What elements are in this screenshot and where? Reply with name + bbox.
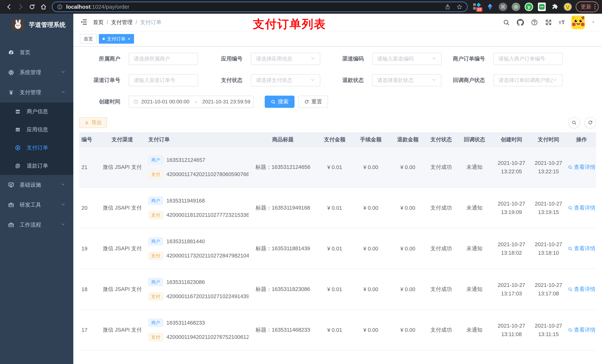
extension-kite-icon[interactable] [486,2,494,11]
table-row[interactable]: 21微信 JSAPI 支付商户1635312124657支付4200001174… [79,147,596,188]
refresh-table-button[interactable] [585,117,596,128]
sidebar-item-dev-tools[interactable]: 研发工具 [0,195,73,215]
column-header-9: 创建时间 [493,136,530,143]
site-info-icon[interactable] [57,4,63,10]
address-bar[interactable]: localhost:1024/pay/order [52,2,468,12]
reset-button[interactable]: 重置 [298,96,328,108]
extension-chat-icon[interactable] [538,2,546,11]
close-tab-icon[interactable]: × [128,37,130,41]
action-cell: 查看详情 [567,286,596,293]
channel-order-no-label: 渠道订单号 [79,77,120,84]
filter-row-2: 渠道订单号支付状态请选择支付状态退款状态请选择退款状态回调商户状态请选择订单回调… [79,74,596,86]
action-cell: 查看详情 [567,245,596,252]
browser-menu-icon[interactable] [594,4,595,10]
yen-icon: ¥ [7,89,15,96]
view-detail-link[interactable]: 查看详情 [568,286,595,293]
pay-order-no: 4200001173202110272847982104 [166,253,249,259]
github-icon [517,19,524,26]
channel-order-no-input-field[interactable] [134,77,193,83]
merchant-order-no-input-field[interactable] [498,56,558,62]
sidebar-item-merchant-info[interactable]: 商户信息 [0,103,73,121]
product-title-cell: 标题：1635312124656 [249,164,317,171]
sidebar-item-refund-order[interactable]: 退款订单 [0,157,73,175]
merchant-input-field[interactable] [134,56,193,62]
view-detail-link[interactable]: 查看详情 [568,326,595,334]
date-separator: - [195,99,197,105]
column-header-8: 回调状态 [456,136,493,143]
table-row[interactable]: 18微信 JSAPI 支付商户1635311823086支付4200001167… [79,269,596,310]
merchant-order-line: 商户1635311881440 [148,237,249,245]
tab-支付订单[interactable]: 支付订单× [99,34,134,44]
pay-order-line: 支付4200001194202110276752100612 [148,333,249,341]
browser-reload-button[interactable] [26,1,38,13]
tab-首页[interactable]: 首页 [80,34,97,44]
table-toolbar: 导出 [79,117,596,128]
user-avatar[interactable] [571,16,585,29]
help-button[interactable] [531,19,538,26]
channel-code-select[interactable]: 请输入渠道编码 [372,53,441,65]
chevron-down-icon [310,56,315,62]
export-button[interactable]: 导出 [79,117,107,128]
sidebar-item-system[interactable]: 系统管理 [0,62,73,83]
search-button[interactable]: 搜索 [265,96,294,108]
toggle-search-button[interactable] [568,117,580,128]
briefcase-icon [7,221,15,229]
fullscreen-button[interactable] [545,19,552,26]
create-time-range-input[interactable]: 2021-10-01 00:00:00 - 2021-10-31 23:59:5… [129,96,254,108]
sidebar-item-workflow[interactable]: 工作流程 [0,215,73,235]
sidebar-item-home[interactable]: 首页 [0,42,73,62]
view-detail-link[interactable]: 查看详情 [568,245,595,252]
merchant-order-no-input[interactable] [493,53,563,65]
notify-status-cell: 未通知 [456,164,493,171]
column-header-2: 支付订单 [141,136,249,143]
header-search-button[interactable] [502,19,510,26]
font-size-button[interactable]: TT [559,19,565,26]
sidebar-item-infrastructure[interactable]: 基础设施 [0,175,73,195]
sidebar-item-app-info[interactable]: 应用信息 [0,121,73,139]
extension-record-icon[interactable] [512,2,520,11]
breadcrumb-item[interactable]: 支付管理 [111,19,133,26]
merchant-badge: 商户 [148,156,163,164]
extension-y-icon[interactable]: y [525,2,533,11]
browser-back-button[interactable] [3,1,15,13]
refund-amount-cell: ¥ 0.00 [389,246,426,252]
view-detail-link[interactable]: 查看详情 [568,204,595,212]
gear-icon [7,69,15,76]
pay-time-value: 2021-10-2713:11:15 [535,322,562,338]
extension-blocks-icon[interactable]: 10 [473,2,481,11]
share-icon[interactable] [444,4,451,10]
channel-order-no-input[interactable] [129,74,198,86]
table-row[interactable]: 17微信 JSAPI 支付商户1635311468233支付4200001194… [79,310,596,351]
bookmark-star-icon[interactable] [456,4,462,10]
app-no-select[interactable]: 请选择应用信息 [251,53,320,65]
browser-update-button[interactable]: 更新 [576,1,599,12]
notify-status-select[interactable]: 请选择订单回调商户状态 [493,74,563,86]
update-label: 更新 [581,3,591,10]
table-row[interactable]: 商户1635311251796 [79,351,596,364]
table-row[interactable]: 19微信 JSAPI 支付商户1635311881440支付4200001173… [79,229,596,269]
merchant-input[interactable] [129,53,198,65]
extension-command-icon[interactable]: ⌘ [499,2,507,11]
merchant-order-no: 1635312124657 [166,157,205,163]
refund-status-select[interactable]: 请选择退款状态 [372,74,441,86]
table-row[interactable]: 20微信 JSAPI 支付商户1635311949168支付4200001181… [79,188,596,229]
sidebar-item-payment[interactable]: ¥支付管理 [0,83,73,103]
tab-label: 首页 [84,36,93,42]
sidebar-collapse-button[interactable] [80,18,88,26]
filter-field-merchant: 所属商户 [79,53,198,65]
view-detail-link[interactable]: 查看详情 [568,164,595,171]
user-menu-caret-icon[interactable] [591,20,595,25]
sidebar-item-pay-order[interactable]: 支付订单 [0,139,73,157]
breadcrumb-item[interactable]: 首页 [93,19,104,26]
pay-order-line: 支付4200001167202110271022491439 [148,292,249,301]
extensions-puzzle-icon[interactable] [550,2,559,11]
github-link[interactable] [516,19,524,26]
pay-status-select[interactable]: 请选择支付状态 [251,74,320,86]
pay-badge: 支付 [148,252,163,260]
app-logo[interactable]: 芋道管理系统 [0,14,73,36]
browser-forward-button[interactable] [15,1,26,13]
extension-emoji-icon[interactable] [563,2,572,11]
reset-button-label: 重置 [311,98,322,105]
browser-home-button[interactable] [38,1,49,13]
url-text[interactable]: localhost:1024/pay/order [66,4,444,10]
